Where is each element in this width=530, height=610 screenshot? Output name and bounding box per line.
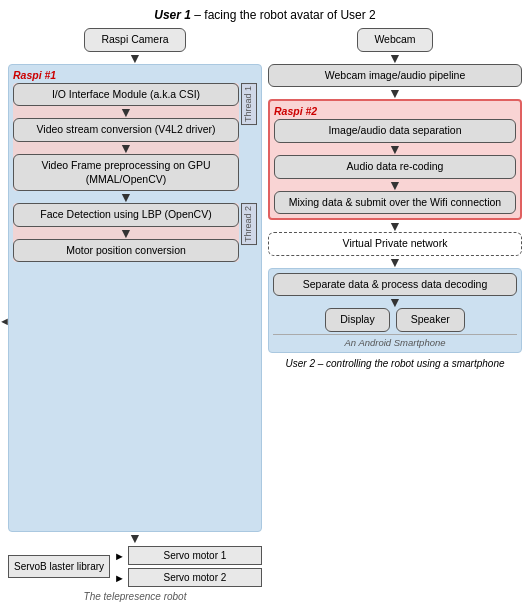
thread1-wrapper: I/O Interface Module (a.k.a CSI) ▼ Video… xyxy=(13,83,239,192)
speaker-display-row: Display Speaker xyxy=(273,308,517,332)
arrow5: ▼ xyxy=(13,227,239,239)
android-bg: Separate data & process data decoding ▼ … xyxy=(268,268,522,353)
right-column: Webcam ▼ Webcam image/audio pipeline ▼ R… xyxy=(268,28,522,602)
mixing-data-box: Mixing data & submit over the Wifi conne… xyxy=(274,191,516,215)
servo2-box: Servo motor 2 xyxy=(128,568,262,587)
servo-blaster-box: ServoB laster library xyxy=(8,555,110,578)
arrow1: ▼ xyxy=(8,52,262,64)
r-arrow7: ▼ xyxy=(273,296,517,308)
raspi1-label: Raspi #1 xyxy=(13,69,239,81)
r-arrow5: ▼ xyxy=(268,220,522,232)
android-label: An Android Smartphone xyxy=(273,334,517,348)
raspi1-box2: Face Detection using LBP (OpenCV) ▼ Moto… xyxy=(13,203,239,262)
servo2-row: ► Servo motor 2 xyxy=(114,568,262,587)
arrow4: ▼ xyxy=(13,191,239,203)
thread2-label: Thread 2 xyxy=(241,203,257,245)
r-arrow3: ▼ xyxy=(274,143,516,155)
servo1-row: ► Servo motor 1 xyxy=(114,546,262,565)
display-right-box: Display xyxy=(325,308,389,332)
left-bottom-label: The telepresence robot xyxy=(8,591,262,602)
arrow6: ▼ xyxy=(8,532,262,544)
io-interface-box: I/O Interface Module (a.k.a CSI) xyxy=(13,83,239,107)
audio-recoding-box: Audio data re-coding xyxy=(274,155,516,179)
main-container: User 1 – facing the robot avatar of User… xyxy=(0,0,530,610)
video-frame-box: Video Frame preprocessing on GPU (MMAL/O… xyxy=(13,154,239,191)
servo-row: ServoB laster library ► Servo motor 1 ► … xyxy=(8,546,262,587)
left-blue-bg: Raspi #1 I/O Interface Module (a.k.a CSI… xyxy=(8,64,262,532)
image-audio-sep-box: Image/audio data separation xyxy=(274,119,516,143)
arrow2: ▼ xyxy=(13,106,239,118)
servo1-box: Servo motor 1 xyxy=(128,546,262,565)
separate-data-box: Separate data & process data decoding xyxy=(273,273,517,297)
raspi-camera-box: Raspi Camera xyxy=(84,28,185,52)
right-bottom-label: User 2 – controlling the robot using a s… xyxy=(268,357,522,371)
r-arrow4: ▼ xyxy=(274,179,516,191)
vpn-box: Virtual Private network xyxy=(268,232,522,256)
raspi2-box: Raspi #2 Image/audio data separation ▼ A… xyxy=(268,99,522,220)
servo-right: ► Servo motor 1 ► Servo motor 2 xyxy=(114,546,262,587)
display-wrapper: Display ◄ xyxy=(0,303,10,339)
page-title: User 1 – facing the robot avatar of User… xyxy=(8,8,522,22)
video-stream-box: Video stream conversion (V4L2 driver) xyxy=(13,118,239,142)
speaker-box: Speaker xyxy=(396,308,465,332)
r-arrow6: ▼ xyxy=(268,256,522,268)
raspi2-label: Raspi #2 xyxy=(274,105,516,117)
thread2-wrapper: Face Detection using LBP (OpenCV) ▼ Moto… xyxy=(13,203,239,262)
thread1-label: Thread 1 xyxy=(241,83,257,125)
webcam-box: Webcam xyxy=(357,28,432,52)
face-detection-box: Face Detection using LBP (OpenCV) xyxy=(13,203,239,227)
webcam-pipeline-box: Webcam image/audio pipeline xyxy=(268,64,522,88)
r-arrow1: ▼ xyxy=(268,52,522,64)
raspi1-box: I/O Interface Module (a.k.a CSI) ▼ Video… xyxy=(13,83,239,192)
r-arrow2: ▼ xyxy=(268,87,522,99)
motor-position-box: Motor position conversion xyxy=(13,239,239,263)
left-column: Raspi Camera ▼ Raspi #1 I/O Interface Mo… xyxy=(8,28,262,602)
arrow3: ▼ xyxy=(13,142,239,154)
